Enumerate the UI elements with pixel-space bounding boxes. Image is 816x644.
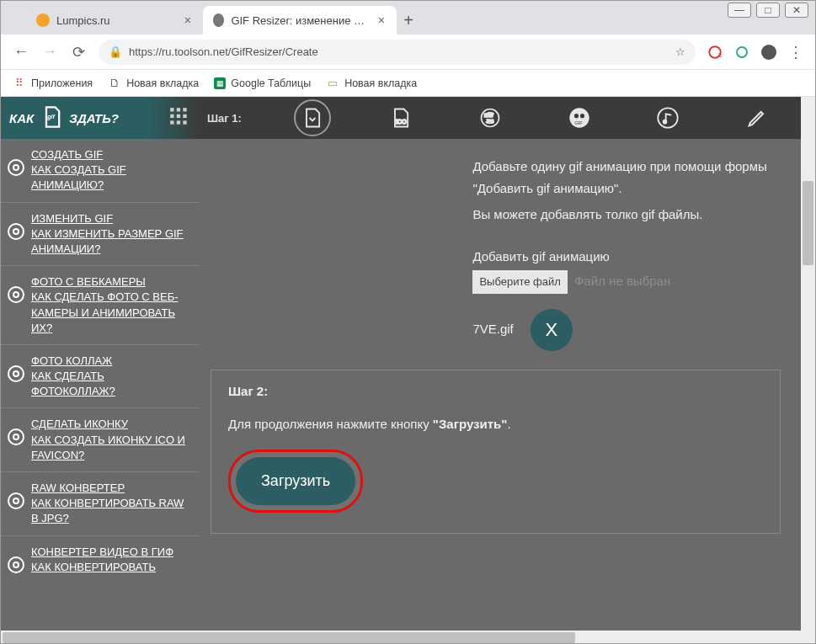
sidebar-link[interactable]: СДЕЛАТЬ ИКОНКУ bbox=[31, 417, 189, 432]
window-maximize[interactable]: □ bbox=[756, 3, 780, 18]
instruction-text: Добавьте одину gif анимацию при помощи ф… bbox=[472, 156, 781, 199]
sidebar-link[interactable]: КОНВЕРТЕР ВИДЕО В ГИФ bbox=[31, 545, 173, 560]
sidebar-item[interactable]: СОЗДАТЬ GIFКАК СОЗДАТЬ GIF АНИМАЦИЮ? bbox=[1, 139, 199, 203]
browser-tab-active[interactable]: GIF Resizer: изменение размера × bbox=[203, 6, 397, 35]
svg-text:JPG: JPG bbox=[486, 120, 493, 124]
apps-icon: ⠿ bbox=[13, 77, 26, 90]
tab-close[interactable]: × bbox=[376, 13, 387, 27]
step2-description: Для продолжения нажмите кнопку "Загрузит… bbox=[228, 417, 763, 431]
tab-title: GIF Resizer: изменение размера bbox=[231, 14, 369, 27]
sidebar-link[interactable]: КАК СДЕЛАТЬ ФОТО С ВЕБ-КАМЕРЫ И АНИМИРОВ… bbox=[31, 290, 189, 336]
sidebar-list: СОЗДАТЬ GIFКАК СОЗДАТЬ GIF АНИМАЦИЮ? ИЗМ… bbox=[1, 139, 199, 583]
sidebar-item[interactable]: ФОТО С ВЕБКАМЕРЫКАК СДЕЛАТЬ ФОТО С ВЕБ-К… bbox=[1, 266, 199, 345]
browser-tab-bar: Lumpics.ru × GIF Resizer: изменение разм… bbox=[1, 1, 815, 35]
sidebar-link[interactable]: КАК КОНВЕРТИРОВАТЬ RAW В JPG? bbox=[31, 496, 189, 526]
svg-rect-9 bbox=[183, 114, 186, 117]
svg-rect-12 bbox=[183, 120, 186, 124]
svg-rect-8 bbox=[177, 114, 180, 117]
add-gif-label: Добавить gif анимацию bbox=[472, 246, 781, 268]
svg-text:GIF: GIF bbox=[574, 120, 583, 125]
main-content: Шаг 1: ICO RAWJPG GIF bbox=[199, 97, 801, 631]
url-text: https://ru.toolson.net/GifResizer/Create bbox=[129, 45, 318, 58]
star-icon[interactable]: ☆ bbox=[675, 45, 685, 58]
sidebar-link[interactable]: ФОТО КОЛЛАЖ bbox=[31, 354, 189, 369]
spiral-icon bbox=[8, 159, 24, 176]
sidebar-item[interactable]: ФОТО КОЛЛАЖКАК СДЕЛАТЬ ФОТОКОЛЛАЖ? bbox=[1, 345, 199, 409]
spiral-icon bbox=[8, 428, 24, 445]
svg-rect-7 bbox=[170, 114, 173, 117]
svg-rect-11 bbox=[177, 120, 180, 124]
reload-button[interactable]: ⟳ bbox=[70, 44, 87, 61]
bookmark-item[interactable]: ▦ Google Таблицы bbox=[214, 77, 311, 89]
spiral-icon bbox=[8, 365, 24, 382]
sidebar-link[interactable]: ФОТО С ВЕБКАМЕРЫ bbox=[31, 274, 189, 290]
avatar-icon[interactable] bbox=[761, 45, 776, 60]
grid-icon[interactable] bbox=[168, 106, 190, 130]
sidebar-link[interactable]: ИЗМЕНИТЬ GIF bbox=[31, 211, 189, 226]
menu-icon[interactable]: ⋮ bbox=[788, 45, 803, 60]
sidebar-link[interactable]: КАК ИЗМЕНИТЬ РАЗМЕР GIF АНИМАЦИИ? bbox=[31, 226, 189, 257]
sidebar-item[interactable]: ИЗМЕНИТЬ GIFКАК ИЗМЕНИТЬ РАЗМЕР GIF АНИМ… bbox=[1, 203, 199, 267]
no-file-text: Файл не выбран bbox=[574, 274, 670, 288]
svg-rect-10 bbox=[170, 120, 173, 124]
remove-file-button[interactable]: X bbox=[531, 309, 573, 351]
spiral-icon bbox=[8, 223, 24, 240]
svg-text:ICO: ICO bbox=[396, 119, 407, 125]
sidebar-link[interactable]: RAW КОНВЕРТЕР bbox=[31, 481, 189, 496]
tool-videogif-icon[interactable]: GIF bbox=[561, 99, 598, 136]
scrollbar-horizontal[interactable] bbox=[1, 631, 801, 644]
svg-text:3: 3 bbox=[718, 51, 722, 59]
sidebar-link[interactable]: КАК СОЗДАТЬ GIF АНИМАЦИЮ? bbox=[31, 162, 189, 193]
sidebar-header-left: КАК bbox=[9, 111, 34, 125]
svg-rect-6 bbox=[183, 108, 186, 111]
tool-ico-icon[interactable]: ICO bbox=[382, 99, 419, 136]
sidebar-link[interactable]: СОЗДАТЬ GIF bbox=[31, 147, 189, 162]
sheets-icon: ▦ bbox=[214, 77, 226, 89]
page-icon: ▭ bbox=[326, 77, 339, 90]
svg-text:RAW: RAW bbox=[484, 114, 493, 118]
sidebar-item[interactable]: RAW КОНВЕРТЕРКАК КОНВЕРТИРОВАТЬ RAW В JP… bbox=[1, 472, 199, 536]
new-tab-button[interactable]: + bbox=[397, 11, 420, 30]
bookmark-item[interactable]: 🗋 Новая вкладка bbox=[108, 77, 199, 90]
choose-file-button[interactable]: Выберите файл bbox=[472, 270, 567, 294]
bookmark-label: Приложения bbox=[31, 77, 93, 89]
extension-icon[interactable] bbox=[734, 45, 749, 60]
tab-close[interactable]: × bbox=[183, 13, 193, 27]
sidebar-item[interactable]: КОНВЕРТЕР ВИДЕО В ГИФКАК КОНВЕРТИРОВАТЬ bbox=[1, 536, 199, 583]
scrollbar-vertical[interactable] bbox=[801, 97, 815, 644]
svg-point-19 bbox=[580, 114, 584, 118]
tool-raw-icon[interactable]: RAWJPG bbox=[472, 99, 509, 136]
sidebar-header-right: ЗДАТЬ? bbox=[69, 111, 119, 125]
sidebar-link[interactable]: КАК КОНВЕРТИРОВАТЬ bbox=[31, 560, 173, 575]
sidebar-link[interactable]: КАК СДЕЛАТЬ ФОТОКОЛЛАЖ? bbox=[31, 369, 189, 399]
bookmark-label: Новая вкладка bbox=[344, 77, 417, 89]
sidebar-link[interactable]: КАК СОЗДАТЬ ИКОНКУ ICO И FAVICON? bbox=[31, 433, 189, 463]
sidebar-item[interactable]: СДЕЛАТЬ ИКОНКУКАК СОЗДАТЬ ИКОНКУ ICO И F… bbox=[1, 408, 199, 472]
step2-desc-a: Для продолжения нажмите кнопку bbox=[228, 417, 433, 431]
window-minimize[interactable]: — bbox=[728, 3, 751, 18]
scrollbar-thumb[interactable] bbox=[803, 181, 813, 265]
tool-edit-icon[interactable] bbox=[739, 99, 776, 136]
scrollbar-thumb[interactable] bbox=[3, 632, 575, 643]
bookmark-item[interactable]: ▭ Новая вкладка bbox=[326, 77, 417, 90]
instruction-text: Вы можете добавлять толко gif файлы. bbox=[472, 204, 781, 226]
sidebar-header: КАК gif ЗДАТЬ? bbox=[1, 97, 199, 139]
upload-button[interactable]: Загрузить bbox=[236, 457, 355, 505]
back-button[interactable]: ← bbox=[13, 44, 29, 61]
apps-shortcut[interactable]: ⠿ Приложения bbox=[13, 77, 93, 90]
forward-button[interactable]: → bbox=[41, 44, 58, 61]
window-close[interactable]: ✕ bbox=[785, 3, 808, 18]
extension-icon[interactable]: 3 bbox=[707, 45, 723, 60]
spiral-icon bbox=[8, 556, 24, 573]
browser-tab[interactable]: Lumpics.ru × bbox=[26, 6, 203, 35]
svg-point-2 bbox=[737, 47, 747, 57]
step2-title: Шаг 2: bbox=[228, 384, 763, 398]
svg-point-18 bbox=[574, 114, 579, 118]
sidebar: КАК gif ЗДАТЬ? СОЗДАТЬ GIFКАК СОЗДАТЬ GI… bbox=[1, 97, 199, 631]
favicon-icon bbox=[213, 13, 224, 27]
tool-resize-icon[interactable] bbox=[294, 99, 331, 136]
spiral-icon bbox=[8, 492, 24, 509]
tool-music-icon[interactable] bbox=[649, 99, 686, 136]
svg-rect-5 bbox=[177, 108, 180, 111]
url-input[interactable]: 🔒 https://ru.toolson.net/GifResizer/Crea… bbox=[99, 40, 696, 65]
